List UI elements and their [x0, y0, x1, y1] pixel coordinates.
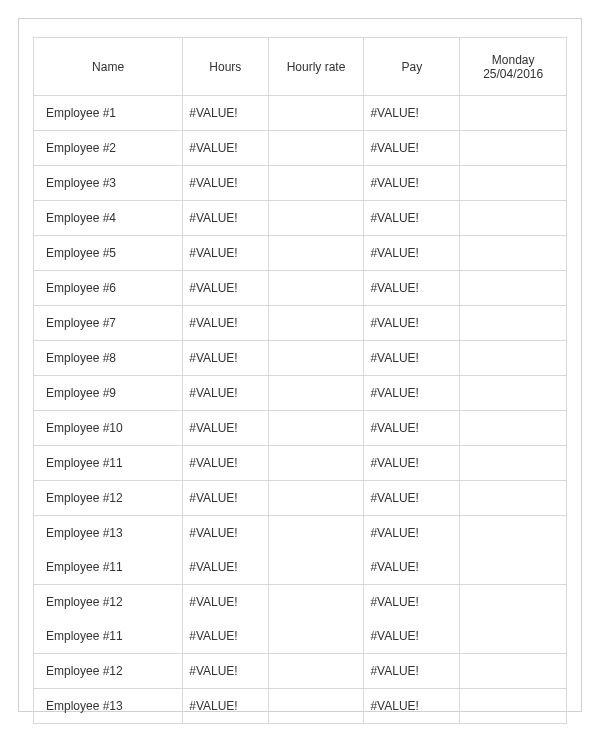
cell-hours: #VALUE!	[183, 201, 268, 236]
table-row: Employee #1#VALUE!#VALUE!	[34, 96, 567, 131]
cell-date	[460, 306, 567, 341]
cell-pay: #VALUE!	[364, 271, 460, 306]
cell-name: Employee #1	[34, 96, 183, 131]
cell-hours: #VALUE!	[183, 306, 268, 341]
cell-hours: #VALUE!	[183, 654, 268, 689]
cell-rate	[268, 201, 364, 236]
table-row: Employee #11#VALUE!#VALUE!	[34, 619, 567, 654]
table-row: Employee #5#VALUE!#VALUE!	[34, 236, 567, 271]
cell-name: Employee #12	[34, 654, 183, 689]
cell-rate	[268, 481, 364, 516]
cell-pay: #VALUE!	[364, 550, 460, 585]
cell-pay: #VALUE!	[364, 236, 460, 271]
table-row: Employee #8#VALUE!#VALUE!	[34, 341, 567, 376]
cell-date	[460, 619, 567, 654]
payroll-table: Name Hours Hourly rate Pay Monday 25/04/…	[33, 37, 567, 724]
cell-date	[460, 131, 567, 166]
cell-name: Employee #4	[34, 201, 183, 236]
cell-date	[460, 411, 567, 446]
cell-hours: #VALUE!	[183, 131, 268, 166]
cell-hours: #VALUE!	[183, 481, 268, 516]
cell-date	[460, 481, 567, 516]
cell-rate	[268, 411, 364, 446]
header-date: Monday 25/04/2016	[460, 38, 567, 96]
cell-rate	[268, 376, 364, 411]
cell-date	[460, 96, 567, 131]
cell-hours: #VALUE!	[183, 619, 268, 654]
cell-rate	[268, 271, 364, 306]
cell-pay: #VALUE!	[364, 516, 460, 551]
cell-pay: #VALUE!	[364, 619, 460, 654]
cell-date	[460, 236, 567, 271]
cell-date	[460, 376, 567, 411]
cell-hours: #VALUE!	[183, 585, 268, 620]
cell-name: Employee #13	[34, 516, 183, 551]
cell-rate	[268, 341, 364, 376]
cell-rate	[268, 689, 364, 724]
cell-date	[460, 550, 567, 585]
cell-hours: #VALUE!	[183, 550, 268, 585]
cell-name: Employee #12	[34, 481, 183, 516]
table-row: Employee #13#VALUE!#VALUE!	[34, 516, 567, 551]
cell-name: Employee #2	[34, 131, 183, 166]
cell-pay: #VALUE!	[364, 306, 460, 341]
table-row: Employee #12#VALUE!#VALUE!	[34, 481, 567, 516]
cell-date	[460, 341, 567, 376]
cell-hours: #VALUE!	[183, 341, 268, 376]
cell-pay: #VALUE!	[364, 689, 460, 724]
cell-date	[460, 201, 567, 236]
cell-rate	[268, 306, 364, 341]
cell-hours: #VALUE!	[183, 166, 268, 201]
cell-hours: #VALUE!	[183, 516, 268, 551]
cell-date	[460, 446, 567, 481]
table-row: Employee #12#VALUE!#VALUE!	[34, 585, 567, 620]
cell-rate	[268, 585, 364, 620]
cell-hours: #VALUE!	[183, 411, 268, 446]
table-header-row: Name Hours Hourly rate Pay Monday 25/04/…	[34, 38, 567, 96]
cell-date	[460, 271, 567, 306]
cell-rate	[268, 166, 364, 201]
header-date-line2: 25/04/2016	[466, 67, 560, 81]
cell-pay: #VALUE!	[364, 654, 460, 689]
table-row: Employee #11#VALUE!#VALUE!	[34, 550, 567, 585]
cell-pay: #VALUE!	[364, 585, 460, 620]
table-row: Employee #2#VALUE!#VALUE!	[34, 131, 567, 166]
cell-name: Employee #11	[34, 446, 183, 481]
cell-rate	[268, 550, 364, 585]
cell-name: Employee #9	[34, 376, 183, 411]
cell-pay: #VALUE!	[364, 341, 460, 376]
table-row: Employee #9#VALUE!#VALUE!	[34, 376, 567, 411]
header-date-line1: Monday	[492, 53, 535, 67]
cell-pay: #VALUE!	[364, 376, 460, 411]
cell-hours: #VALUE!	[183, 446, 268, 481]
cell-date	[460, 689, 567, 724]
cell-pay: #VALUE!	[364, 166, 460, 201]
cell-date	[460, 516, 567, 551]
cell-rate	[268, 619, 364, 654]
cell-name: Employee #13	[34, 689, 183, 724]
cell-name: Employee #12	[34, 585, 183, 620]
table-row: Employee #4#VALUE!#VALUE!	[34, 201, 567, 236]
cell-rate	[268, 516, 364, 551]
table-row: Employee #3#VALUE!#VALUE!	[34, 166, 567, 201]
cell-date	[460, 166, 567, 201]
header-hours: Hours	[183, 38, 268, 96]
cell-hours: #VALUE!	[183, 236, 268, 271]
cell-name: Employee #11	[34, 619, 183, 654]
cell-hours: #VALUE!	[183, 689, 268, 724]
table-row: Employee #10#VALUE!#VALUE!	[34, 411, 567, 446]
header-name: Name	[34, 38, 183, 96]
cell-rate	[268, 236, 364, 271]
cell-pay: #VALUE!	[364, 481, 460, 516]
cell-hours: #VALUE!	[183, 271, 268, 306]
header-pay: Pay	[364, 38, 460, 96]
cell-name: Employee #6	[34, 271, 183, 306]
table-row: Employee #6#VALUE!#VALUE!	[34, 271, 567, 306]
page-frame: Name Hours Hourly rate Pay Monday 25/04/…	[18, 18, 582, 712]
cell-pay: #VALUE!	[364, 96, 460, 131]
cell-date	[460, 585, 567, 620]
table-row: Employee #13#VALUE!#VALUE!	[34, 689, 567, 724]
cell-date	[460, 654, 567, 689]
cell-pay: #VALUE!	[364, 201, 460, 236]
cell-name: Employee #3	[34, 166, 183, 201]
